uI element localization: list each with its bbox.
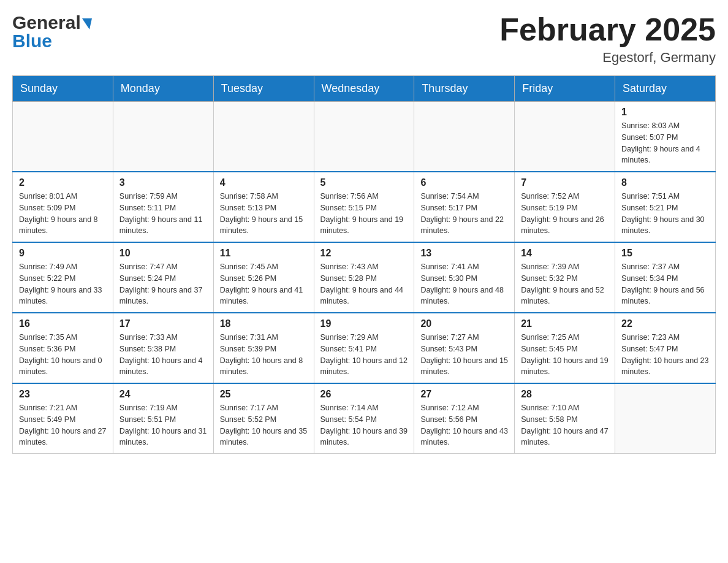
day-number: 6: [420, 177, 508, 188]
day-info: Sunrise: 7:52 AM Sunset: 5:19 PM Dayligh…: [521, 191, 609, 237]
day-number: 10: [119, 248, 207, 259]
day-number: 16: [19, 318, 107, 329]
weekday-header-monday: Monday: [113, 76, 213, 102]
calendar-cell: 9Sunrise: 7:49 AM Sunset: 5:22 PM Daylig…: [13, 242, 113, 313]
day-number: 25: [220, 389, 308, 400]
day-info: Sunrise: 7:25 AM Sunset: 5:45 PM Dayligh…: [521, 332, 609, 378]
calendar-cell: 17Sunrise: 7:33 AM Sunset: 5:38 PM Dayli…: [113, 313, 213, 383]
week-row-2: 2Sunrise: 8:01 AM Sunset: 5:09 PM Daylig…: [13, 172, 716, 242]
day-number: 13: [420, 248, 508, 259]
day-info: Sunrise: 7:31 AM Sunset: 5:39 PM Dayligh…: [220, 332, 308, 378]
calendar-cell: 11Sunrise: 7:45 AM Sunset: 5:26 PM Dayli…: [213, 242, 314, 313]
day-info: Sunrise: 7:14 AM Sunset: 5:54 PM Dayligh…: [320, 402, 408, 448]
title-section: February 2025 Egestorf, Germany: [499, 12, 716, 66]
weekday-header-friday: Friday: [515, 76, 615, 102]
day-info: Sunrise: 7:17 AM Sunset: 5:52 PM Dayligh…: [220, 402, 308, 448]
day-info: Sunrise: 7:59 AM Sunset: 5:11 PM Dayligh…: [119, 191, 207, 237]
calendar-cell: [13, 102, 113, 172]
calendar-cell: 28Sunrise: 7:10 AM Sunset: 5:58 PM Dayli…: [515, 383, 615, 454]
calendar-cell: 12Sunrise: 7:43 AM Sunset: 5:28 PM Dayli…: [314, 242, 414, 313]
day-number: 5: [320, 177, 408, 188]
calendar-cell: 20Sunrise: 7:27 AM Sunset: 5:43 PM Dayli…: [414, 313, 515, 383]
calendar-cell: 13Sunrise: 7:41 AM Sunset: 5:30 PM Dayli…: [414, 242, 515, 313]
day-number: 19: [320, 318, 408, 329]
day-info: Sunrise: 7:45 AM Sunset: 5:26 PM Dayligh…: [220, 261, 308, 307]
day-info: Sunrise: 7:54 AM Sunset: 5:17 PM Dayligh…: [420, 191, 508, 237]
calendar-cell: [113, 102, 213, 172]
calendar-cell: 19Sunrise: 7:29 AM Sunset: 5:41 PM Dayli…: [314, 313, 414, 383]
day-info: Sunrise: 7:58 AM Sunset: 5:13 PM Dayligh…: [220, 191, 308, 237]
calendar-cell: [213, 102, 314, 172]
weekday-header-sunday: Sunday: [13, 76, 113, 102]
calendar-cell: 27Sunrise: 7:12 AM Sunset: 5:56 PM Dayli…: [414, 383, 515, 454]
day-info: Sunrise: 7:29 AM Sunset: 5:41 PM Dayligh…: [320, 332, 408, 378]
weekday-header-saturday: Saturday: [615, 76, 716, 102]
day-info: Sunrise: 7:49 AM Sunset: 5:22 PM Dayligh…: [19, 261, 107, 307]
month-title: February 2025: [499, 12, 716, 47]
logo-triangle-icon: [82, 18, 92, 29]
calendar-cell: 21Sunrise: 7:25 AM Sunset: 5:45 PM Dayli…: [515, 313, 615, 383]
day-number: 3: [119, 177, 207, 188]
calendar-cell: [414, 102, 515, 172]
day-number: 9: [19, 248, 107, 259]
day-info: Sunrise: 8:01 AM Sunset: 5:09 PM Dayligh…: [19, 191, 107, 237]
logo-blue: Blue: [12, 31, 92, 52]
week-row-1: 1Sunrise: 8:03 AM Sunset: 5:07 PM Daylig…: [13, 102, 716, 172]
day-number: 22: [621, 318, 709, 329]
calendar-cell: 10Sunrise: 7:47 AM Sunset: 5:24 PM Dayli…: [113, 242, 213, 313]
day-number: 24: [119, 389, 207, 400]
day-number: 23: [19, 389, 107, 400]
day-number: 18: [220, 318, 308, 329]
location: Egestorf, Germany: [499, 50, 716, 66]
day-info: Sunrise: 7:21 AM Sunset: 5:49 PM Dayligh…: [19, 402, 107, 448]
day-number: 2: [19, 177, 107, 188]
day-number: 4: [220, 177, 308, 188]
calendar-table: SundayMondayTuesdayWednesdayThursdayFrid…: [12, 75, 716, 454]
day-number: 20: [420, 318, 508, 329]
day-number: 28: [521, 389, 609, 400]
day-number: 14: [521, 248, 609, 259]
day-info: Sunrise: 7:37 AM Sunset: 5:34 PM Dayligh…: [621, 261, 709, 307]
day-info: Sunrise: 7:39 AM Sunset: 5:32 PM Dayligh…: [521, 261, 609, 307]
calendar-cell: 24Sunrise: 7:19 AM Sunset: 5:51 PM Dayli…: [113, 383, 213, 454]
calendar-cell: 5Sunrise: 7:56 AM Sunset: 5:15 PM Daylig…: [314, 172, 414, 242]
day-number: 1: [621, 107, 709, 118]
week-row-4: 16Sunrise: 7:35 AM Sunset: 5:36 PM Dayli…: [13, 313, 716, 383]
week-row-3: 9Sunrise: 7:49 AM Sunset: 5:22 PM Daylig…: [13, 242, 716, 313]
calendar-cell: 6Sunrise: 7:54 AM Sunset: 5:17 PM Daylig…: [414, 172, 515, 242]
weekday-header-wednesday: Wednesday: [314, 76, 414, 102]
day-info: Sunrise: 7:43 AM Sunset: 5:28 PM Dayligh…: [320, 261, 408, 307]
day-number: 7: [521, 177, 609, 188]
calendar-cell: 22Sunrise: 7:23 AM Sunset: 5:47 PM Dayli…: [615, 313, 716, 383]
day-info: Sunrise: 7:56 AM Sunset: 5:15 PM Dayligh…: [320, 191, 408, 237]
day-info: Sunrise: 7:27 AM Sunset: 5:43 PM Dayligh…: [420, 332, 508, 378]
weekday-header-thursday: Thursday: [414, 76, 515, 102]
logo-general: General: [12, 12, 81, 33]
calendar-cell: [314, 102, 414, 172]
calendar-cell: 7Sunrise: 7:52 AM Sunset: 5:19 PM Daylig…: [515, 172, 615, 242]
day-info: Sunrise: 7:23 AM Sunset: 5:47 PM Dayligh…: [621, 332, 709, 378]
calendar-cell: 16Sunrise: 7:35 AM Sunset: 5:36 PM Dayli…: [13, 313, 113, 383]
day-info: Sunrise: 7:51 AM Sunset: 5:21 PM Dayligh…: [621, 191, 709, 237]
day-number: 15: [621, 248, 709, 259]
calendar-cell: 8Sunrise: 7:51 AM Sunset: 5:21 PM Daylig…: [615, 172, 716, 242]
day-number: 26: [320, 389, 408, 400]
calendar-cell: 3Sunrise: 7:59 AM Sunset: 5:11 PM Daylig…: [113, 172, 213, 242]
page-header: General Blue February 2025 Egestorf, Ger…: [12, 12, 716, 66]
calendar-cell: 23Sunrise: 7:21 AM Sunset: 5:49 PM Dayli…: [13, 383, 113, 454]
calendar-cell: 4Sunrise: 7:58 AM Sunset: 5:13 PM Daylig…: [213, 172, 314, 242]
day-info: Sunrise: 7:33 AM Sunset: 5:38 PM Dayligh…: [119, 332, 207, 378]
day-number: 17: [119, 318, 207, 329]
calendar-cell: 15Sunrise: 7:37 AM Sunset: 5:34 PM Dayli…: [615, 242, 716, 313]
day-info: Sunrise: 7:10 AM Sunset: 5:58 PM Dayligh…: [521, 402, 609, 448]
weekday-header-tuesday: Tuesday: [213, 76, 314, 102]
calendar-cell: [615, 383, 716, 454]
day-number: 8: [621, 177, 709, 188]
calendar-cell: [515, 102, 615, 172]
day-info: Sunrise: 8:03 AM Sunset: 5:07 PM Dayligh…: [621, 120, 709, 166]
day-info: Sunrise: 7:12 AM Sunset: 5:56 PM Dayligh…: [420, 402, 508, 448]
day-number: 12: [320, 248, 408, 259]
day-info: Sunrise: 7:19 AM Sunset: 5:51 PM Dayligh…: [119, 402, 207, 448]
day-info: Sunrise: 7:35 AM Sunset: 5:36 PM Dayligh…: [19, 332, 107, 378]
day-info: Sunrise: 7:41 AM Sunset: 5:30 PM Dayligh…: [420, 261, 508, 307]
